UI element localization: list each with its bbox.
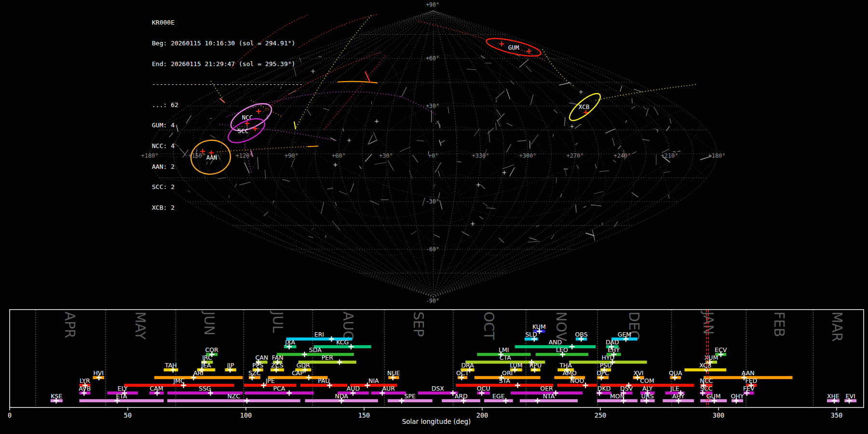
shower-label-per: PER [322, 354, 333, 361]
meteor-dash [479, 217, 483, 219]
shower-label-ssg: SSG [199, 385, 211, 392]
lon-label: +30° [379, 152, 393, 159]
shower-label-avb: AVB [79, 385, 91, 392]
shower-label-sld: SLD [525, 331, 537, 338]
month-label: MAR [829, 312, 845, 342]
meteor-dash [312, 228, 314, 231]
radiant-label-gum: GUM [508, 44, 519, 51]
shower-label-lum: LUM [510, 362, 522, 369]
legend-begin-time: Beg: 20260115 10:16:30 (sol = 294.91°) [152, 40, 303, 47]
axis-tick-label: 300 [713, 411, 724, 419]
meteor-dash [531, 135, 539, 145]
timeline-shower-bars: KUMERISLDOBSGEMJXAKCGANDDADCORSDALMILEOE… [51, 323, 856, 404]
lat-label: +90° [426, 1, 439, 8]
meteor-cross [476, 183, 480, 187]
meteor-dash [307, 109, 311, 116]
shower-label-xhe: XHE [827, 393, 840, 400]
meteor-dash [339, 191, 347, 195]
meteor-dash [435, 163, 441, 173]
meteor-dash [496, 100, 497, 103]
meteor-dash [495, 123, 496, 130]
shower-peak-cross [329, 337, 334, 342]
meteor-dash [575, 124, 582, 129]
shower-label-pau: PAU [318, 377, 329, 384]
shower-label-oer: OER [540, 385, 553, 392]
meteor-dash [678, 151, 680, 151]
sky-map-and-timeline-plot: GUMXCBNCCSCCAAN +180°+150°+120°+90°+60°+… [0, 0, 868, 434]
meteor-dash [656, 154, 657, 165]
meteor-dash [321, 202, 324, 214]
meteor-cross [471, 222, 475, 226]
meteor-dash [530, 95, 533, 105]
meteor-dash [561, 194, 562, 198]
meteor-dash [365, 154, 372, 162]
lon-label: +270° [566, 152, 583, 159]
shower-label-dpc: DPC [597, 369, 609, 377]
meteor-dash [632, 98, 632, 103]
lon-label: +210° [661, 152, 678, 159]
drift-trail-solid [365, 71, 370, 83]
lat-label: -30° [426, 198, 439, 205]
meteor-dash [599, 171, 609, 172]
meteor-dash [499, 238, 504, 243]
shower-label-gem: GEM [618, 331, 631, 338]
shower-label-nue: NUE [387, 369, 400, 377]
meteor-dash [335, 202, 336, 206]
radiant-cross [499, 41, 504, 46]
meteor-dash [325, 235, 326, 238]
axis-tick-label: 350 [831, 411, 842, 419]
month-label: JUN [201, 311, 217, 336]
meteor-dash [511, 81, 514, 84]
meteor-dash [441, 140, 445, 143]
shower-label-qua: QUA [669, 369, 682, 377]
legend-station-id: KR000E [152, 19, 303, 26]
lon-label: +0° [428, 152, 439, 159]
shower-label-ely: ELY [118, 385, 128, 392]
shower-label-xvi: XVI [634, 369, 644, 377]
meteor-dash [602, 222, 603, 225]
meteor-dash [411, 231, 417, 234]
meteor-dash [448, 107, 449, 114]
shower-label-zcs: ZCS [271, 362, 283, 369]
shower-peak-cross [535, 398, 540, 404]
shower-label-ocu: OCU [477, 385, 490, 392]
meteor-dash [481, 55, 485, 58]
meteor-dash [402, 87, 407, 96]
shower-peak-cross [399, 398, 404, 404]
shower-label-cap: CAP [292, 369, 304, 377]
meteor-dash [486, 63, 492, 63]
lon-label: +60° [332, 152, 346, 159]
drift-trail-dotted [419, 21, 487, 40]
meteor-dash [613, 160, 616, 162]
meteor-dash [577, 165, 579, 169]
meteor-dash [526, 66, 532, 72]
meteor-dash [343, 128, 344, 131]
shower-label-pca: PCA [273, 385, 285, 392]
shower-label-tha: THA [559, 362, 572, 369]
shower-label-gdr: GDR [297, 362, 310, 369]
drift-trail-dotted [596, 84, 697, 100]
meteor-dash [461, 231, 469, 236]
shower-label-szc: SZC [248, 369, 260, 377]
secondary-grid-parallel [382, 127, 528, 270]
meteor-dash [440, 200, 442, 209]
lat-label: -60° [426, 246, 439, 253]
shower-label-sta: STA [499, 377, 511, 384]
meteor-dash [517, 140, 526, 141]
shower-peak-cross [302, 352, 307, 357]
shower-label-dad: DAD [606, 339, 619, 346]
meteor-dash [666, 126, 670, 131]
shower-label-psu: PSU [600, 362, 612, 369]
month-label: AUG [340, 312, 356, 341]
secondary-grid-parallel [407, 150, 502, 246]
shower-peak-cross [244, 398, 249, 404]
shower-label-can: CAN [256, 354, 269, 361]
meteor-dash [359, 166, 361, 169]
shower-label-sda: SDA [309, 346, 322, 353]
meteor-dash [668, 195, 669, 199]
shower-label-cam: CAM [149, 385, 163, 392]
lat-label: -90° [426, 298, 439, 304]
meteor-dash [474, 129, 480, 136]
meteor-cross [311, 69, 315, 73]
meteor-dash [643, 107, 646, 109]
